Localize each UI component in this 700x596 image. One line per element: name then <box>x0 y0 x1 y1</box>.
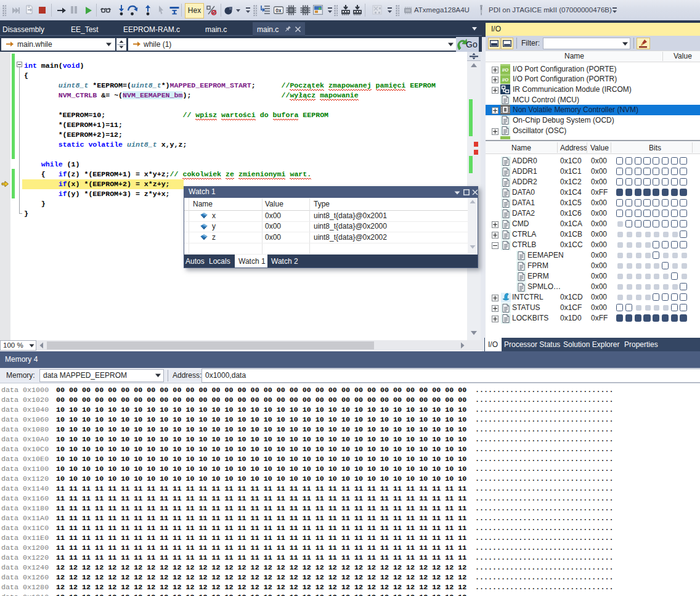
svg-text:0x: 0x <box>275 7 282 14</box>
svg-text:I/O: I/O <box>502 77 508 83</box>
svg-text:I/O: I/O <box>502 67 508 73</box>
